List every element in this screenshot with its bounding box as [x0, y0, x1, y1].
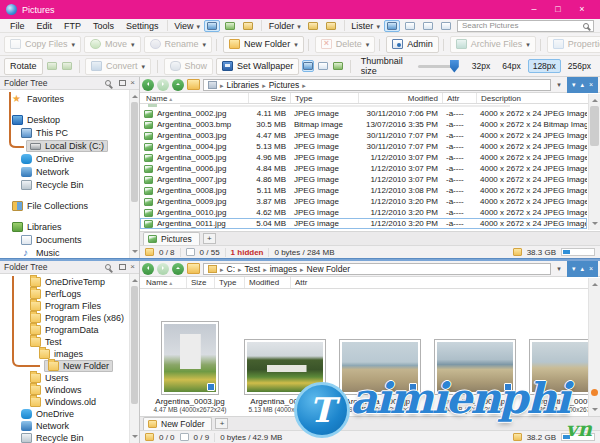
column-size[interactable]: Size [186, 277, 214, 288]
toolbar-button[interactable]: Move [84, 36, 141, 53]
tree-item[interactable]: PerfLogs [0, 288, 139, 300]
menu-item[interactable]: Settings [120, 21, 165, 31]
tree-item[interactable]: Music [0, 246, 139, 258]
tree-item[interactable]: Network [0, 165, 139, 178]
rotate-button[interactable]: Rotate [4, 58, 43, 75]
pane-maximize-icon[interactable]: ▴ [580, 265, 584, 272]
menu-item[interactable]: FTP [58, 21, 87, 31]
view-tiles-button[interactable] [240, 20, 256, 32]
favorite-folder-button[interactable] [187, 263, 200, 274]
column-modified[interactable]: Modified [358, 93, 442, 103]
tree-item[interactable]: OneDrive [0, 408, 139, 420]
folder-view-button-1[interactable] [305, 20, 321, 32]
tree-close-icon[interactable]: × [130, 263, 135, 271]
list-scrollbar-bottom[interactable] [588, 278, 600, 416]
file-row[interactable]: Argentina_0007.jpg 4.86 MB JPEG image 1/… [140, 174, 587, 185]
tree-item[interactable]: Desktop [0, 113, 139, 126]
tree-item[interactable] [0, 212, 139, 220]
menu-item[interactable]: Tools [87, 21, 120, 31]
tree-item[interactable]: Libraries [0, 220, 139, 233]
back-button[interactable] [142, 263, 154, 275]
tree-item[interactable]: Recycle Bin [0, 178, 139, 191]
tree-item[interactable] [0, 191, 139, 199]
toolbar-button[interactable]: Delete [315, 36, 376, 53]
tree-find-icon[interactable] [105, 264, 111, 270]
toolbar-button[interactable]: Copy Files [4, 36, 81, 53]
tab-pictures[interactable]: Pictures [143, 232, 200, 245]
breadcrumb-segment[interactable]: New Folder [300, 264, 350, 274]
scroll-down-icon[interactable] [592, 408, 598, 414]
tree-item[interactable]: images [0, 348, 139, 360]
scrollbar-thumb[interactable] [590, 106, 599, 146]
up-button[interactable] [172, 79, 184, 91]
set-wallpaper-button[interactable]: Set Wallpaper [216, 58, 299, 75]
thumb-info-button[interactable] [332, 60, 344, 72]
toolbar-button[interactable]: Properties [547, 36, 600, 53]
toolbar-button[interactable]: Rename [144, 36, 213, 53]
tree-item[interactable]: New Folder [0, 360, 139, 372]
tree-item[interactable]: Program Files [0, 300, 139, 312]
forward-button[interactable] [157, 263, 169, 275]
thumb-label-button[interactable] [317, 60, 329, 72]
minimize-button[interactable]: – [522, 0, 546, 19]
tree-close-icon[interactable]: × [130, 79, 135, 87]
breadcrumb-segment[interactable]: images [263, 264, 297, 274]
column-attr[interactable]: Attr [290, 277, 318, 288]
tree-item[interactable]: File Collections [0, 199, 139, 212]
tree-item[interactable]: OneDrive [0, 152, 139, 165]
column-name[interactable]: Name [140, 93, 248, 103]
file-row[interactable]: Argentina_0011.jpg 5.04 MB JPEG image 1/… [140, 218, 587, 229]
thumb-pad-button[interactable] [302, 60, 314, 72]
pane-close-icon[interactable]: × [589, 265, 593, 272]
size-button[interactable]: 32px [467, 59, 495, 73]
maximize-button[interactable]: □ [546, 0, 570, 19]
tree-item[interactable]: Favorites [0, 92, 139, 105]
new-tab-button[interactable]: + [203, 233, 216, 244]
file-row[interactable]: Argentina_0008.jpg 5.11 MB JPEG image 1/… [140, 185, 587, 196]
file-row[interactable]: Argentina_0003.jpg 4.47 MB JPEG image 30… [140, 130, 587, 141]
scroll-up-icon[interactable] [592, 96, 598, 102]
address-bar[interactable]: C:TestimagesNew Folder [203, 263, 551, 275]
file-row[interactable]: Argentina_0009.jpg 3.87 MB JPEG image 1/… [140, 196, 587, 207]
tree-item[interactable]: Network [0, 420, 139, 432]
convert-button[interactable]: Convert [85, 58, 151, 75]
file-row[interactable]: Argentina_0003.bmp 30.5 MB Bitmap image … [140, 119, 587, 130]
rotate-left-button[interactable] [46, 60, 58, 72]
close-button[interactable]: × [570, 0, 594, 19]
thumbnail-item[interactable]: Argentina_0006.jpg 4.84 MB (4000x2672x24… [433, 339, 517, 413]
rotate-right-button[interactable] [61, 60, 73, 72]
lister-layout-button-4[interactable] [438, 20, 454, 32]
scroll-up-icon[interactable] [592, 280, 598, 286]
size-button[interactable]: 256px [563, 59, 596, 73]
tree-item[interactable]: This PC [0, 126, 139, 139]
favorite-folder-button[interactable] [187, 79, 200, 90]
file-row[interactable]: Argentina_0006.jpg 4.84 MB JPEG image 1/… [140, 163, 587, 174]
column-name[interactable]: Name [140, 277, 186, 288]
view-menu-button[interactable]: View [172, 21, 202, 31]
show-button[interactable]: Show [164, 58, 214, 75]
lister-layout-button-2[interactable] [402, 20, 418, 32]
column-attr[interactable]: Attr [442, 93, 476, 103]
lister-menu-button[interactable]: Lister [349, 21, 382, 31]
column-type[interactable]: Type [214, 277, 244, 288]
breadcrumb-segment[interactable]: Libraries [220, 80, 259, 90]
tree-item[interactable] [0, 105, 139, 113]
size-button[interactable]: 128px [528, 59, 561, 73]
column-description[interactable]: Description [476, 93, 587, 103]
forward-button[interactable] [157, 79, 169, 91]
file-row[interactable]: Argentina_0002.jpg 4.11 MB JPEG image 30… [140, 108, 587, 119]
view-thumbnails-button[interactable] [222, 20, 238, 32]
tree-float-icon[interactable] [119, 80, 126, 86]
tree-find-icon[interactable] [105, 80, 111, 86]
scroll-down-icon[interactable] [592, 222, 598, 228]
folder-view-button-2[interactable] [323, 20, 339, 32]
lister-layout-button-3[interactable] [420, 20, 436, 32]
breadcrumb-segment[interactable]: Pictures [262, 80, 299, 90]
toolbar-button[interactable]: New Folder [223, 36, 304, 53]
toolbar-button[interactable]: Archive Files [450, 36, 536, 53]
search-input[interactable] [462, 21, 580, 30]
folder-menu-button[interactable]: Folder [267, 21, 303, 31]
pane-minimize-icon[interactable]: ▾ [572, 81, 576, 88]
address-dropdown-icon[interactable] [554, 265, 564, 272]
tab-new-folder[interactable]: New Folder [143, 417, 212, 430]
